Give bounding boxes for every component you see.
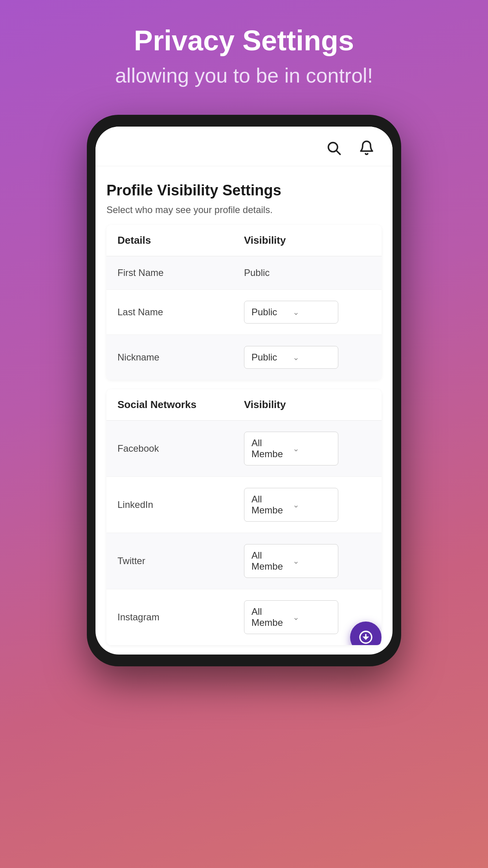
select-twitter[interactable]: All Membe ⌄ [244,544,338,578]
chevron-down-icon: ⌄ [293,444,331,453]
row-select-instagram[interactable]: All Membe ⌄ [244,600,371,634]
select-linkedin[interactable]: All Membe ⌄ [244,488,338,522]
phone-wrapper: Profile Visibility Settings Select who m… [87,115,401,666]
top-bar [95,127,393,166]
search-button[interactable] [323,138,344,158]
row-select-lastname[interactable]: Public ⌄ [244,301,371,324]
row-label-nickname: Nickname [117,352,244,363]
row-label-twitter: Twitter [117,555,244,566]
table-row: LinkedIn All Membe ⌄ [106,477,382,533]
row-label-lastname: Last Name [117,307,244,318]
select-nickname[interactable]: Public ⌄ [244,346,338,369]
table-row: Instagram All Membe ⌄ [106,589,382,645]
row-select-twitter[interactable]: All Membe ⌄ [244,544,371,578]
details-header: Details Visibility [106,225,382,256]
select-facebook[interactable]: All Membe ⌄ [244,432,338,465]
table-row: Nickname Public ⌄ [106,335,382,380]
notification-button[interactable] [356,138,377,158]
header-section: Privacy Settings allowing you to be in c… [115,0,373,103]
row-select-linkedin[interactable]: All Membe ⌄ [244,488,371,522]
page-title-section: Profile Visibility Settings Select who m… [95,166,393,225]
phone-frame: Profile Visibility Settings Select who m… [87,115,401,666]
table-row: Twitter All Membe ⌄ [106,533,382,589]
select-instagram[interactable]: All Membe ⌄ [244,600,338,634]
profile-visibility-subtitle: Select who may see your profile details. [106,204,382,215]
row-label-instagram: Instagram [117,612,244,623]
details-col-header: Details [117,234,244,246]
chevron-down-icon: ⌄ [293,500,331,509]
row-label-linkedin: LinkedIn [117,499,244,510]
chevron-down-icon: ⌄ [293,353,331,362]
row-label-facebook: Facebook [117,443,244,454]
table-row: First Name Public [106,256,382,290]
select-lastname[interactable]: Public ⌄ [244,301,338,324]
page-subtitle: allowing you to be in control! [115,64,373,87]
details-visibility-col-header: Visibility [244,234,371,246]
row-select-nickname[interactable]: Public ⌄ [244,346,371,369]
row-value-firstname: Public [244,267,371,278]
page-title: Privacy Settings [115,24,373,57]
chevron-down-icon: ⌄ [293,556,331,566]
social-col-header: Social Networks [117,399,244,411]
social-header: Social Networks Visibility [106,389,382,421]
profile-visibility-title: Profile Visibility Settings [106,182,382,199]
table-row: Facebook All Membe ⌄ [106,421,382,477]
chevron-down-icon: ⌄ [293,612,331,622]
social-section-card: Social Networks Visibility Facebook All … [106,389,382,645]
svg-line-1 [337,151,340,154]
row-select-facebook[interactable]: All Membe ⌄ [244,432,371,465]
row-label-firstname: First Name [117,267,244,278]
details-section-card: Details Visibility First Name Public Las… [106,225,382,380]
table-row: Last Name Public ⌄ [106,290,382,335]
phone-screen: Profile Visibility Settings Select who m… [95,127,393,655]
social-visibility-col-header: Visibility [244,399,371,411]
chevron-down-icon: ⌄ [293,307,331,317]
